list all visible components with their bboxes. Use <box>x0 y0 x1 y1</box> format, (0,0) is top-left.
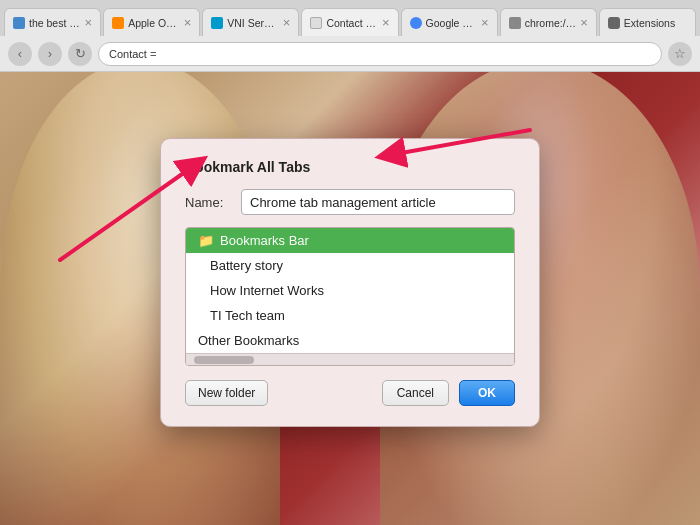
dialog-title: Bookmark All Tabs <box>185 159 515 175</box>
folder-label-ti-tech: TI Tech team <box>210 308 285 323</box>
folder-item-how-internet[interactable]: How Internet Works <box>186 278 514 303</box>
folder-item-bookmarks-bar[interactable]: 📁 Bookmarks Bar <box>186 228 514 253</box>
folder-label-battery-story: Battery story <box>210 258 283 273</box>
bookmark-all-tabs-dialog: Bookmark All Tabs Name: 📁 Bookmarks Bar … <box>160 138 540 427</box>
dialog-buttons: New folder Cancel OK <box>185 380 515 406</box>
folder-list-container: 📁 Bookmarks Bar Battery story How Intern… <box>185 227 515 366</box>
folder-label-other-bookmarks: Other Bookmarks <box>198 333 299 348</box>
name-label: Name: <box>185 195 231 210</box>
name-row: Name: <box>185 189 515 215</box>
ok-button[interactable]: OK <box>459 380 515 406</box>
folder-label-bookmarks-bar: Bookmarks Bar <box>220 233 309 248</box>
folder-icon-bookmarks-bar: 📁 <box>198 233 214 248</box>
cancel-button[interactable]: Cancel <box>382 380 449 406</box>
folder-label-how-internet: How Internet Works <box>210 283 324 298</box>
folder-item-ti-tech[interactable]: TI Tech team <box>186 303 514 328</box>
scrollbar-area[interactable] <box>186 353 514 365</box>
folder-item-battery-story[interactable]: Battery story <box>186 253 514 278</box>
name-input[interactable] <box>241 189 515 215</box>
scrollbar-thumb <box>194 356 254 364</box>
ok-cancel-group: Cancel OK <box>382 380 515 406</box>
folder-item-other-bookmarks[interactable]: Other Bookmarks <box>186 328 514 353</box>
dialog-overlay: Bookmark All Tabs Name: 📁 Bookmarks Bar … <box>0 0 700 525</box>
new-folder-button[interactable]: New folder <box>185 380 268 406</box>
folder-list: 📁 Bookmarks Bar Battery story How Intern… <box>186 228 514 353</box>
